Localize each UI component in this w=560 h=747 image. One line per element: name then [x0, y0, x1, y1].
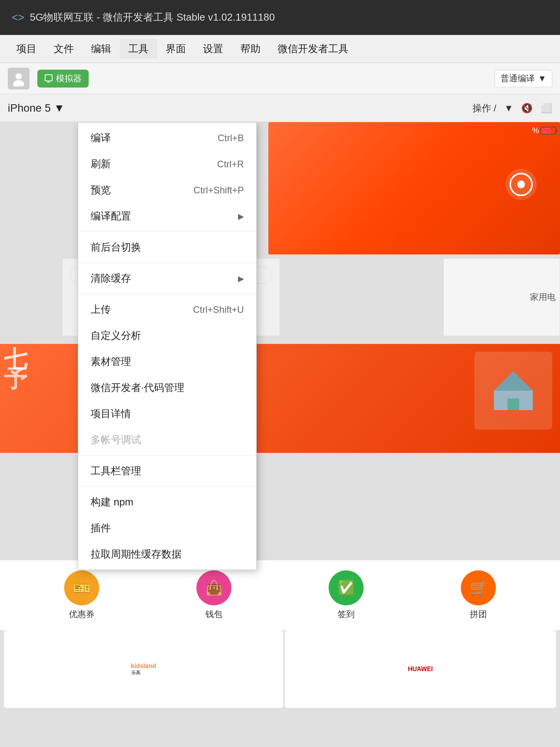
app-circle: 👜	[196, 570, 231, 605]
device-selector[interactable]: iPhone 5 ▼	[8, 102, 65, 114]
menu-upload[interactable]: 上传 Ctrl+Shift+U	[78, 296, 256, 323]
app-label: 优惠券	[69, 608, 94, 620]
volume-icon[interactable]: 🔇	[521, 103, 533, 114]
sim-banner-top: %	[268, 122, 560, 254]
sim-app-youhuiquan: 🎫 优惠券	[64, 570, 99, 620]
menu-section-5: 工具栏管理	[78, 456, 256, 487]
menu-compile[interactable]: 编译 Ctrl+B	[78, 125, 256, 151]
title-bar-text: 5G物联网互联 - 微信开发者工具 Stable v1.02.1911180	[30, 11, 275, 24]
chevron-down-icon: ▼	[504, 103, 513, 114]
chevron-down-icon: ▼	[538, 74, 546, 84]
submenu-arrow-icon: ▶	[238, 274, 244, 283]
ops-label: 操作 /	[472, 102, 496, 114]
sim-app-qianbao: 👜 钱包	[196, 570, 231, 620]
menu-wechat-code-mgmt[interactable]: 微信开发者·代码管理	[78, 375, 256, 401]
menu-multi-account[interactable]: 多帐号调试	[78, 427, 256, 453]
menu-item-label: 素材管理	[91, 355, 131, 368]
menu-build-npm[interactable]: 构建 npm	[78, 489, 256, 515]
app-circle: ✅	[329, 570, 364, 605]
menu-section-3: 清除缓存 ▶	[78, 263, 256, 294]
device-row: iPhone 5 ▼ 操作 / ▼ 🔇 ⬜	[0, 94, 560, 122]
menu-item-label: 自定义分析	[91, 329, 141, 342]
menu-section-2: 前后台切换	[78, 232, 256, 263]
menu-compile-config[interactable]: 编译配置 ▶	[78, 203, 256, 229]
menu-item-label: 编译配置	[91, 209, 131, 223]
avatar	[8, 68, 30, 89]
app-label: 钱包	[205, 608, 222, 620]
menu-item-settings[interactable]: 设置	[194, 39, 232, 59]
shortcut-label: Ctrl+R	[217, 159, 244, 170]
menu-refresh[interactable]: 刷新 Ctrl+R	[78, 151, 256, 177]
menu-item-label: 构建 npm	[91, 495, 133, 509]
fullscreen-icon[interactable]: ⬜	[541, 103, 552, 114]
menu-toggle-fgbg[interactable]: 前后台切换	[78, 234, 256, 260]
menu-item-label: 工具栏管理	[91, 464, 141, 478]
svg-rect-4	[47, 82, 50, 82]
menu-item-label: 项目详情	[91, 407, 131, 421]
menu-asset-management[interactable]: 素材管理	[78, 349, 256, 375]
shortcut-label: Ctrl+B	[218, 133, 244, 144]
sim-bottom-icons: 🎫 优惠券 👜 钱包 ✅ 签到 🛒 拼团	[0, 560, 560, 630]
mode-label: 普通编译	[500, 73, 535, 84]
menu-item-label: 前后台切换	[91, 240, 141, 254]
simulator-label: 模拟器	[56, 73, 82, 84]
shortcut-label: Ctrl+Shift+U	[193, 304, 244, 315]
menu-item-help[interactable]: 帮助	[232, 39, 269, 59]
svg-marker-6	[494, 371, 533, 391]
menu-section-6: 构建 npm 插件 拉取周期性缓存数据	[78, 487, 256, 570]
mode-dropdown-box[interactable]: 普通编译 ▼	[495, 70, 552, 87]
menu-item-project[interactable]: 项目	[8, 39, 45, 59]
device-name-text: iPhone 5	[8, 102, 51, 114]
sim-category-text: 家用电	[443, 258, 560, 336]
tools-dropdown-menu: 编译 Ctrl+B 刷新 Ctrl+R 预览 Ctrl+Shift+P 编译配置…	[78, 122, 257, 570]
sim-bottom-cards: kidsland 乐高 HUAWEI	[0, 630, 560, 708]
shortcut-label: Ctrl+Shift+P	[194, 185, 244, 196]
sim-card-kidsland: kidsland 乐高	[4, 630, 283, 708]
menu-item-label: 插件	[91, 521, 111, 535]
menu-section-1: 编译 Ctrl+B 刷新 Ctrl+R 预览 Ctrl+Shift+P 编译配置…	[78, 123, 256, 232]
menu-project-details[interactable]: 项目详情	[78, 401, 256, 427]
menu-item-label: 刷新	[91, 157, 111, 171]
menu-bar: 项目 文件 编辑 工具 界面 设置 帮助 微信开发者工具	[0, 35, 560, 63]
app-label: 签到	[338, 608, 355, 620]
sim-card-huawei: HUAWEI	[285, 630, 556, 708]
partial-char: 七	[4, 344, 27, 375]
menu-item-edit[interactable]: 编辑	[82, 39, 120, 59]
menu-custom-analytics[interactable]: 自定义分析	[78, 323, 256, 349]
menu-clear-cache[interactable]: 清除缓存 ▶	[78, 265, 256, 291]
title-bar: <> 5G物联网互联 - 微信开发者工具 Stable v1.02.191118…	[0, 0, 560, 35]
menu-item-tools[interactable]: 工具	[120, 39, 157, 59]
menu-item-label: 编译	[91, 131, 111, 145]
content-area: % 🔍 家用电 予	[0, 122, 560, 747]
app-label: 拼团	[470, 608, 487, 620]
menu-item-label: 多帐号调试	[91, 433, 141, 447]
menu-item-label: 微信开发者·代码管理	[91, 381, 184, 395]
menu-item-interface[interactable]: 界面	[157, 39, 194, 59]
app-circle: 🛒	[461, 570, 496, 605]
mode-dropdown[interactable]: 普通编译 ▼	[495, 70, 552, 87]
menu-pull-cache[interactable]: 拉取周期性缓存数据	[78, 541, 256, 567]
toolbar-row: 模拟器 普通编译 ▼	[0, 63, 560, 94]
chevron-down-icon: ▼	[54, 102, 65, 114]
svg-rect-3	[45, 75, 52, 81]
app-circle: 🎫	[64, 570, 99, 605]
submenu-arrow-icon: ▶	[238, 212, 244, 221]
menu-section-4: 上传 Ctrl+Shift+U 自定义分析 素材管理 微信开发者·代码管理 项目…	[78, 294, 256, 456]
svg-rect-7	[508, 398, 519, 410]
sim-app-qiandao: ✅ 签到	[329, 570, 364, 620]
svg-point-1	[16, 73, 22, 79]
menu-item-wechat-devtools[interactable]: 微信开发者工具	[269, 39, 357, 59]
menu-item-file[interactable]: 文件	[45, 39, 82, 59]
app-icon: <>	[12, 11, 24, 24]
simulator-button[interactable]: 模拟器	[37, 70, 89, 88]
menu-item-label: 拉取周期性缓存数据	[91, 547, 182, 561]
menu-item-label: 预览	[91, 183, 111, 197]
menu-preview[interactable]: 预览 Ctrl+Shift+P	[78, 177, 256, 203]
menu-item-label: 上传	[91, 303, 111, 316]
menu-toolbar-manage[interactable]: 工具栏管理	[78, 458, 256, 484]
menu-plugins[interactable]: 插件	[78, 515, 256, 541]
menu-item-label: 清除缓存	[91, 272, 131, 285]
sim-app-pintuan: 🛒 拼团	[461, 570, 496, 620]
device-ops: 操作 / ▼ 🔇 ⬜	[472, 102, 552, 114]
